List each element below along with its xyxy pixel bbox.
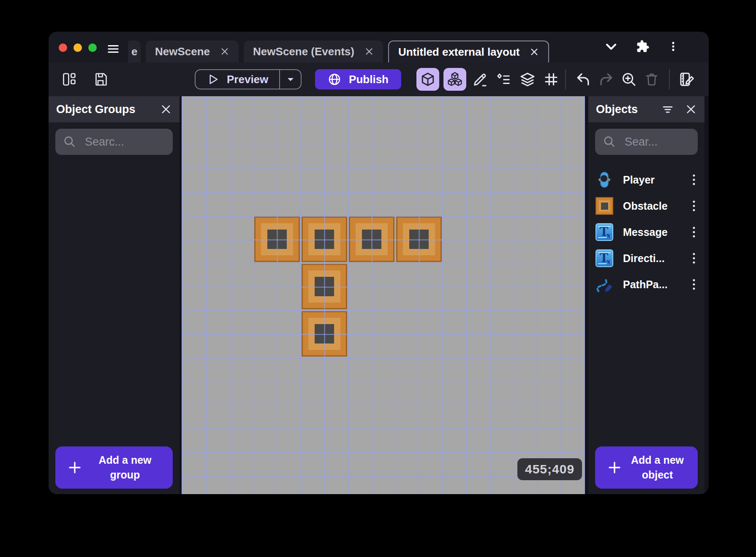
plus-icon: [607, 460, 622, 475]
view-3d-toggle[interactable]: [416, 68, 439, 91]
fullscreen-window-button[interactable]: [88, 43, 97, 52]
object-label: Obstacle: [623, 200, 681, 212]
chevron-down-icon[interactable]: [604, 39, 618, 54]
text-object-icon: T x: [595, 223, 614, 241]
zoom-in-icon[interactable]: [619, 70, 639, 89]
text-object-icon: T x: [595, 249, 614, 268]
redo-icon[interactable]: [596, 70, 616, 89]
search-input[interactable]: [625, 135, 690, 149]
add-group-label-line2: group: [110, 469, 140, 481]
kebab-menu-icon[interactable]: [690, 173, 698, 186]
tab-newscene-events[interactable]: NewScene (Events): [244, 41, 383, 62]
tab-label: NewScene: [155, 45, 210, 58]
trash-icon[interactable]: [642, 70, 661, 89]
search-input[interactable]: [85, 135, 165, 149]
tab-label: NewScene (Events): [253, 45, 354, 58]
object-label: PathPa...: [623, 278, 681, 291]
close-icon[interactable]: [685, 103, 697, 115]
close-window-button[interactable]: [59, 43, 67, 52]
tab-newscene[interactable]: NewScene: [146, 41, 239, 62]
tab-close-icon[interactable]: [364, 47, 374, 56]
obstacle-instance[interactable]: [396, 216, 442, 262]
object-label: Directi...: [623, 252, 681, 265]
title-bar: e NewScene NewScene (Events) Untitled ex…: [49, 32, 709, 62]
object-groups-title: Object Groups: [56, 103, 149, 116]
obstacle-instance[interactable]: [302, 311, 347, 357]
svg-text:x: x: [606, 258, 611, 266]
toolbar: Preview Publish: [49, 62, 709, 96]
tab-bar: e NewScene NewScene (Events) Untitled ex…: [128, 41, 549, 62]
close-icon[interactable]: [160, 103, 172, 115]
preview-dropdown-button[interactable]: [280, 70, 301, 89]
object-row-pathpainter[interactable]: PathPa...: [588, 271, 704, 297]
grid-overlay: [182, 96, 585, 494]
add-object-label-line2: object: [642, 469, 673, 481]
kebab-menu-icon[interactable]: [690, 252, 698, 265]
object-row-player[interactable]: Player: [588, 167, 704, 193]
obstacle-instance[interactable]: [302, 216, 347, 262]
svg-text:x: x: [606, 232, 611, 240]
traffic-lights: [59, 43, 97, 52]
obstacle-instance[interactable]: [349, 216, 394, 262]
panels-layout-icon[interactable]: [60, 70, 79, 89]
object-row-message[interactable]: T x Message: [588, 219, 704, 245]
box-3d-icon: [420, 72, 435, 87]
tab-truncated[interactable]: e: [128, 41, 141, 62]
extensions-puzzle-icon[interactable]: [636, 40, 650, 53]
add-object-button[interactable]: Add a new object: [595, 446, 698, 489]
add-object-label-line1: Add a new: [631, 454, 684, 466]
object-row-obstacle[interactable]: Obstacle: [588, 193, 704, 219]
undo-icon[interactable]: [574, 70, 593, 89]
play-icon: [207, 73, 219, 86]
editor-content: Object Groups Add a new group: [49, 96, 709, 494]
cursor-coordinates-badge: 455;409: [517, 458, 582, 480]
save-icon[interactable]: [91, 70, 110, 89]
player-sprite-icon: [595, 170, 614, 189]
object-groups-panel: Object Groups Add a new group: [49, 96, 179, 494]
add-group-button[interactable]: Add a new group: [55, 446, 173, 489]
path-drawer-icon: [595, 275, 614, 294]
objects-title: Objects: [596, 103, 650, 116]
search-icon: [603, 135, 616, 149]
kebab-menu-icon[interactable]: [690, 278, 698, 291]
grid-icon[interactable]: [541, 70, 561, 89]
object-label: Player: [623, 174, 681, 186]
boxes-3d-icon: [447, 71, 463, 87]
globe-icon: [328, 73, 341, 86]
objects-panel: Objects: [588, 96, 704, 494]
objects-3d-toggle[interactable]: [443, 68, 466, 91]
publish-label: Publish: [349, 73, 389, 86]
filter-icon[interactable]: [661, 103, 674, 116]
obstacle-instance[interactable]: [254, 216, 300, 262]
more-vertical-icon[interactable]: [667, 41, 679, 52]
tab-close-icon[interactable]: [530, 47, 539, 57]
scene-canvas[interactable]: 455;409: [182, 96, 585, 494]
kebab-menu-icon[interactable]: [690, 200, 698, 212]
app-window: e NewScene NewScene (Events) Untitled ex…: [49, 32, 709, 494]
plus-icon: [67, 460, 82, 475]
obstacle-sprite-icon: [595, 197, 614, 215]
object-row-directions[interactable]: T x Directi...: [588, 245, 704, 271]
layers-icon[interactable]: [518, 70, 537, 89]
pencil-icon[interactable]: [470, 70, 490, 89]
objects-search[interactable]: [595, 129, 698, 155]
kebab-menu-icon[interactable]: [690, 226, 698, 238]
scene-editor-icon[interactable]: [677, 70, 697, 89]
preview-label: Preview: [227, 73, 268, 86]
tab-label: e: [131, 45, 137, 58]
objects-list: Player Obstacle: [588, 167, 704, 297]
instances-list-icon[interactable]: [494, 70, 514, 89]
tab-label: Untitled external layout: [398, 46, 520, 59]
object-groups-search[interactable]: [55, 129, 173, 155]
publish-button[interactable]: Publish: [315, 69, 401, 89]
search-icon: [63, 135, 76, 149]
tab-untitled-external-layout[interactable]: Untitled external layout: [388, 41, 549, 62]
caret-down-icon: [286, 74, 296, 84]
add-group-label-line1: Add a new: [98, 454, 151, 466]
preview-button[interactable]: Preview: [195, 69, 302, 89]
minimize-window-button[interactable]: [73, 43, 82, 52]
obstacle-instance[interactable]: [302, 264, 347, 309]
tab-close-icon[interactable]: [220, 47, 229, 56]
object-label: Message: [623, 226, 681, 238]
hamburger-menu-icon[interactable]: [106, 43, 121, 55]
